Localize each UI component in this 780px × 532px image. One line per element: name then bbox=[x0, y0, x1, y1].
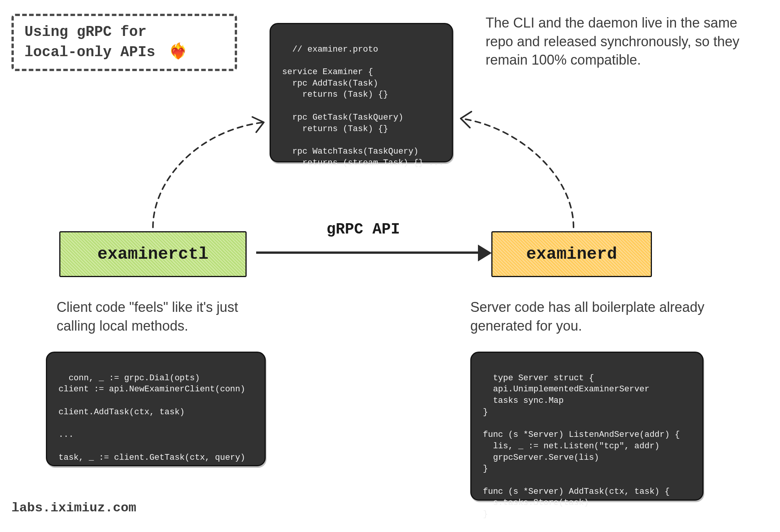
note-top-right: The CLI and the daemon live in the same … bbox=[486, 14, 753, 70]
client-code: conn, _ := grpc.Dial(opts) client := api… bbox=[58, 373, 245, 462]
title-line1: Using gRPC for bbox=[24, 24, 146, 40]
client-caption: Client code "feels" like it's just calli… bbox=[57, 298, 271, 335]
server-caption: Server code has all boilerplate already … bbox=[470, 298, 715, 335]
title-box: Using gRPC for local-only APIs ❤️‍🔥 bbox=[11, 14, 237, 71]
grpc-arrow-shaft bbox=[256, 251, 482, 254]
server-box-label: examinerd bbox=[526, 245, 617, 264]
proto-code: // examiner.proto service Examiner { rpc… bbox=[282, 45, 444, 168]
grpc-arrow-head-icon bbox=[478, 245, 492, 261]
title-line2: local-only APIs bbox=[24, 44, 155, 60]
server-box: examinerd bbox=[491, 231, 652, 277]
heart-icon: ❤️‍🔥 bbox=[169, 44, 188, 61]
footer-credit: labs.iximiuz.com bbox=[11, 501, 136, 515]
client-box: examinerctl bbox=[59, 231, 247, 277]
server-code: type Server struct { api.UnimplementedEx… bbox=[483, 373, 680, 519]
title-content: Using gRPC for local-only APIs ❤️‍🔥 bbox=[24, 22, 188, 62]
client-box-label: examinerctl bbox=[98, 245, 208, 264]
client-code-panel: conn, _ := grpc.Dial(opts) client := api… bbox=[46, 352, 266, 466]
proto-code-panel: // examiner.proto service Examiner { rpc… bbox=[270, 23, 453, 162]
api-label: gRPC API bbox=[306, 221, 421, 238]
server-code-panel: type Server struct { api.UnimplementedEx… bbox=[470, 352, 704, 501]
